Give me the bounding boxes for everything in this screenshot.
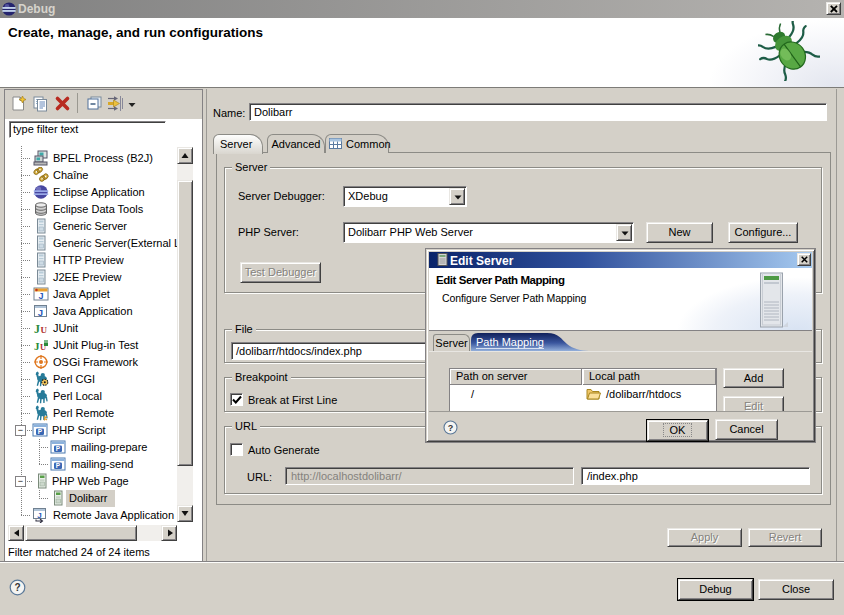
svg-text:P: P (56, 445, 61, 452)
svg-text:J: J (37, 511, 41, 520)
svg-text:J: J (34, 322, 40, 336)
svg-text:?: ? (448, 423, 454, 433)
svg-text:J: J (38, 291, 43, 301)
svg-text:U: U (41, 325, 48, 335)
svg-text:P: P (38, 428, 43, 435)
svg-text:J: J (38, 307, 43, 318)
svg-text:?: ? (14, 582, 20, 593)
svg-text:P: P (56, 462, 61, 469)
